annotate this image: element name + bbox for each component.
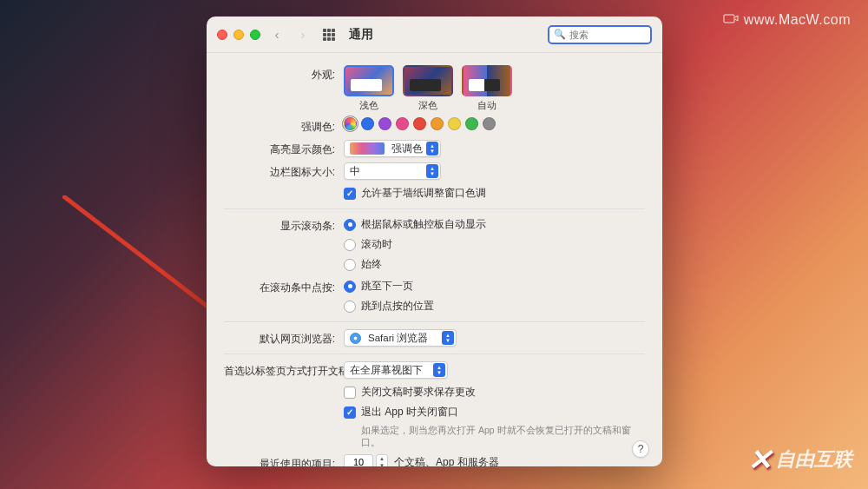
accent-pink[interactable] — [396, 117, 409, 130]
scroll-click-page-radio[interactable]: 跳至下一页 — [344, 278, 645, 294]
search-input[interactable] — [569, 30, 646, 40]
brand-logo: ✕自由互联 — [747, 442, 852, 477]
titlebar: ‹ › 通用 🔍 — [207, 17, 662, 53]
scrollbar-auto-radio[interactable]: 根据鼠标或触控板自动显示 — [344, 216, 645, 233]
content-area: 外观: 浅色 深色 自动 — [207, 53, 662, 466]
sidebar-size-label: 边栏图标大小: — [224, 162, 344, 180]
accent-multicolor[interactable] — [344, 117, 357, 130]
accent-gray[interactable] — [483, 117, 496, 130]
accent-purple[interactable] — [378, 117, 391, 130]
svg-rect-0 — [724, 15, 734, 23]
close-windows-checkbox[interactable]: ✓退出 App 时关闭窗口 — [344, 404, 645, 420]
appearance-dark[interactable]: 深色 — [403, 65, 453, 112]
recent-stepper[interactable]: ▲▼ — [376, 454, 388, 466]
close-button[interactable] — [217, 30, 227, 40]
accent-red[interactable] — [413, 117, 426, 130]
chevron-updown-icon: ▲▼ — [433, 363, 445, 377]
close-confirm-checkbox[interactable]: 关闭文稿时要求保存更改 — [344, 384, 645, 400]
search-field[interactable]: 🔍 — [548, 25, 652, 44]
divider — [224, 321, 645, 322]
recent-count-field[interactable] — [344, 454, 373, 466]
preferences-window: ‹ › 通用 🔍 外观: 浅色 深色 — [207, 17, 662, 466]
divider — [224, 354, 645, 354]
chevron-updown-icon: ▲▼ — [426, 142, 438, 155]
accent-orange[interactable] — [431, 117, 444, 130]
forward-button[interactable]: › — [293, 25, 312, 44]
highlight-select[interactable]: 强调色 ▲▼ — [344, 140, 441, 157]
divider — [224, 208, 645, 209]
scroll-click-spot-radio[interactable]: 跳到点按的位置 — [344, 298, 645, 314]
tabs-label: 首选以标签页方式打开文稿: — [224, 361, 344, 379]
scrollbar-label: 显示滚动条: — [224, 216, 344, 234]
browser-label: 默认网页浏览器: — [224, 329, 344, 347]
safari-icon — [350, 333, 361, 344]
appearance-auto[interactable]: 自动 — [462, 65, 512, 112]
close-windows-hint: 如果选定，则当您再次打开 App 时就不会恢复已打开的文稿和窗口。 — [344, 425, 645, 449]
chevron-updown-icon: ▲▼ — [426, 164, 438, 178]
appearance-label: 外观: — [224, 65, 344, 83]
highlight-label: 高亮显示颜色: — [224, 140, 344, 157]
wallpaper-tint-checkbox[interactable]: ✓允许基于墙纸调整窗口色调 — [344, 185, 645, 202]
traffic-lights — [217, 30, 260, 40]
tabs-select[interactable]: 在全屏幕视图下 ▲▼ — [344, 361, 448, 379]
appearance-light[interactable]: 浅色 — [344, 65, 394, 112]
accent-yellow[interactable] — [448, 117, 461, 130]
watermark: www.MacW.com — [723, 12, 851, 28]
browser-select[interactable]: Safari 浏览器 ▲▼ — [344, 329, 457, 347]
window-title: 通用 — [349, 27, 373, 43]
sidebar-size-select[interactable]: 中 ▲▼ — [344, 162, 441, 180]
minimize-button[interactable] — [233, 30, 244, 40]
scroll-click-label: 在滚动条中点按: — [224, 278, 344, 295]
chevron-updown-icon: ▲▼ — [442, 331, 454, 345]
accent-colors — [344, 117, 645, 130]
scrollbar-scrolling-radio[interactable]: 滚动时 — [344, 236, 645, 253]
help-button[interactable]: ? — [632, 440, 649, 458]
show-all-button[interactable] — [319, 25, 339, 44]
zoom-button[interactable] — [250, 30, 260, 40]
recent-label: 最近使用的项目: — [224, 454, 344, 466]
highlight-swatch — [350, 142, 385, 155]
accent-green[interactable] — [465, 117, 478, 130]
accent-label: 强调色: — [224, 117, 344, 135]
accent-blue[interactable] — [361, 117, 374, 130]
scrollbar-always-radio[interactable]: 始终 — [344, 256, 645, 273]
search-icon: 🔍 — [554, 29, 566, 40]
back-button[interactable]: ‹ — [267, 25, 286, 44]
